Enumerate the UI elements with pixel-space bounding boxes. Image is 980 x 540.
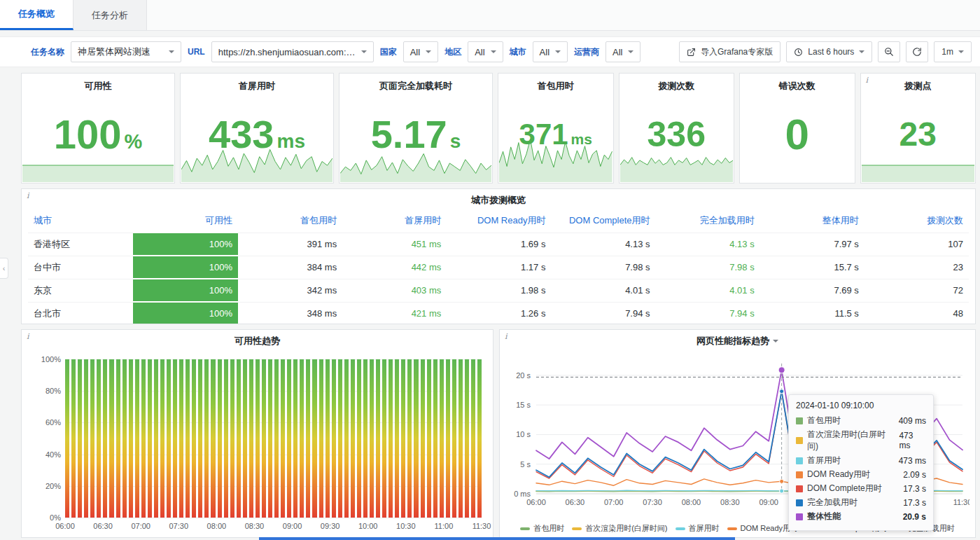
panel-info-icon[interactable]: i	[27, 191, 29, 200]
x-axis-label: 08:00	[207, 522, 227, 530]
table-cell: 391 ms	[238, 233, 342, 256]
tooltip-series-name: DOM Ready用时	[807, 469, 870, 480]
task-name-value: 神居繁体网站测速	[78, 46, 163, 58]
city-select[interactable]: All	[533, 41, 568, 62]
city-label: 城市	[510, 46, 526, 58]
tooltip-row: 首次渲染用时(白屏时间)473 ms	[796, 429, 926, 452]
x-axis-label: 10:00	[358, 522, 378, 530]
toolbar-right: 导入Grafana专家版 Last 6 hours 1m	[679, 41, 972, 62]
table-header-cell[interactable]: 整体用时	[760, 209, 864, 233]
refresh-interval-select[interactable]: 1m	[934, 41, 972, 62]
availability-bar	[465, 359, 469, 518]
table-cell: 香港特区	[28, 233, 133, 256]
performance-trend-title[interactable]: 网页性能指标趋势	[500, 330, 975, 347]
table-row: 台中市100%384 ms442 ms1.17 s7.98 s7.98 s15.…	[28, 256, 969, 279]
refresh-button[interactable]	[906, 41, 928, 62]
carrier-select[interactable]: All	[606, 41, 640, 62]
table-row: 台北市100%348 ms421 ms1.26 s7.94 s7.94 s11.…	[28, 302, 969, 324]
table-cell: 4.13 s	[656, 233, 760, 256]
table-header-cell[interactable]: 城市	[28, 209, 133, 233]
availability-trend-panel: i 可用性趋势 100%80%60%40%20%0% 06:0006:3007:…	[21, 329, 493, 538]
tooltip-series-value: 17.3 s	[903, 484, 926, 494]
scrollbar-thumb[interactable]	[259, 537, 735, 540]
svg-text:06:00: 06:00	[526, 498, 546, 506]
legend-item[interactable]: 首次渲染用时(白屏时间)	[572, 523, 667, 534]
grafana-export-button[interactable]: 导入Grafana专家版	[679, 41, 780, 62]
table-cell: 东京	[28, 279, 133, 302]
external-link-icon	[687, 48, 696, 57]
performance-trend-panel: i 网页性能指标趋势 0 ms5 s10 s15 s20 s06:0006:30…	[499, 329, 976, 538]
table-cell: 100%	[133, 256, 238, 279]
panel-info-icon[interactable]: i	[866, 76, 869, 85]
filter-bar: 任务名称 神居繁体网站测速 URL https://zh.shenjumiaos…	[0, 36, 980, 67]
table-cell: 1.26 s	[447, 302, 551, 324]
availability-bar	[141, 359, 146, 518]
legend-label: 首屏用时	[689, 523, 720, 534]
table-cell: 342 ms	[238, 279, 342, 302]
tooltip-swatch	[796, 513, 803, 520]
availability-bar	[103, 359, 107, 518]
availability-bar	[407, 359, 412, 518]
table-header-cell[interactable]: 可用性	[133, 209, 238, 233]
table-cell: 7.94 s	[551, 302, 655, 324]
tooltip-swatch	[796, 437, 803, 444]
legend-item[interactable]: 首屏用时	[676, 523, 720, 534]
country-label: 国家	[380, 46, 397, 58]
availability-bar	[274, 359, 279, 518]
availability-bar	[160, 359, 164, 518]
tooltip-swatch	[796, 471, 803, 478]
stat-title: 拨测次数	[620, 80, 734, 92]
table-header-cell[interactable]: 首屏用时	[342, 209, 447, 233]
tooltip-row: 首包用时409 ms	[796, 415, 926, 427]
tooltip-series-name: 首次渲染用时(白屏时间)	[807, 429, 895, 452]
region-value: All	[475, 47, 484, 57]
x-axis-label: 10:30	[396, 522, 416, 530]
url-select[interactable]: https://zh.shenjumiaosuan.com:443/	[211, 41, 374, 62]
availability-bar	[230, 359, 234, 518]
availability-bar	[84, 359, 88, 518]
table-row: 东京100%342 ms403 ms1.98 s4.01 s4.01 s7.69…	[28, 279, 969, 302]
zoom-out-icon	[884, 47, 894, 57]
panel-info-icon[interactable]: i	[505, 332, 507, 341]
chevron-down-icon	[491, 50, 496, 53]
tab-task-overview[interactable]: 任务概览	[0, 0, 74, 30]
table-row: 香港特区100%391 ms451 ms1.69 s4.13 s4.13 s7.…	[28, 233, 969, 256]
availability-bar	[198, 359, 202, 518]
tooltip-series-name: 首包用时	[807, 415, 841, 427]
gridline	[65, 518, 482, 518]
table-cell: 442 ms	[342, 256, 447, 279]
availability-bar	[452, 359, 456, 518]
legend-item[interactable]: DOM Ready用时	[727, 523, 799, 534]
stat-unit: s	[450, 132, 461, 151]
tab-task-analysis[interactable]: 任务分析	[74, 0, 147, 30]
svg-text:08:00: 08:00	[682, 498, 701, 506]
panel-info-icon[interactable]: i	[27, 332, 29, 341]
x-axis-label: 07:00	[131, 522, 150, 530]
svg-text:5 s: 5 s	[520, 460, 531, 469]
zoom-out-button[interactable]	[878, 41, 900, 62]
y-axis-label: 20%	[31, 482, 61, 490]
legend-item[interactable]: 首包用时	[520, 523, 564, 534]
grafana-export-label: 导入Grafana专家版	[701, 46, 773, 58]
availability-bar	[268, 359, 272, 518]
table-header-cell[interactable]: DOM Complete用时	[551, 209, 655, 233]
table-cell: 421 ms	[342, 302, 447, 324]
table-header-cell[interactable]: 拨测次数	[864, 209, 969, 233]
availability-bar	[65, 359, 69, 518]
country-select[interactable]: All	[403, 41, 438, 62]
table-header-cell[interactable]: 完全加载用时	[656, 209, 760, 233]
tooltip-row: 首屏用时473 ms	[796, 455, 926, 466]
time-range-picker[interactable]: Last 6 hours	[786, 41, 872, 62]
availability-bar	[249, 359, 253, 518]
availability-bar	[192, 359, 196, 518]
task-name-select[interactable]: 神居繁体网站测速	[71, 41, 181, 62]
region-label: 地区	[444, 46, 461, 58]
table-header-cell[interactable]: 首包用时	[238, 209, 342, 233]
region-select[interactable]: All	[468, 41, 503, 62]
table-header-cell[interactable]: DOM Ready用时	[447, 209, 551, 233]
sidebar-collapse-handle[interactable]: ‹	[0, 258, 8, 279]
tooltip-row: DOM Ready用时2.09 s	[796, 469, 926, 480]
legend-label: 首包用时	[533, 523, 564, 534]
tooltip-series-value: 409 ms	[899, 416, 926, 426]
x-axis-label: 06:00	[55, 522, 75, 530]
